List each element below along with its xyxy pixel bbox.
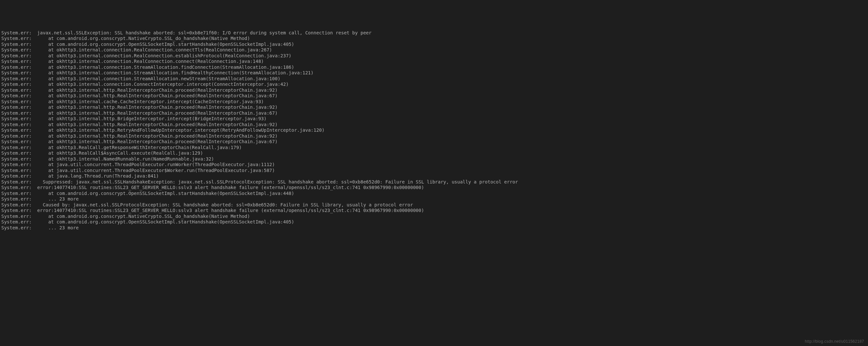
log-line: System.err: at okhttp3.internal.connecti…	[1, 70, 868, 76]
log-line: System.err: at java.util.concurrent.Thre…	[1, 162, 868, 168]
log-line: System.err: Caused by: javax.net.ssl.SSL…	[1, 202, 868, 208]
log-line: System.err: Suppressed: javax.net.ssl.SS…	[1, 179, 868, 185]
log-tag: System.err:	[1, 225, 32, 230]
log-message: Caused by: javax.net.ssl.SSLProtocolExce…	[34, 202, 413, 208]
log-line: System.err: at com.android.org.conscrypt…	[1, 42, 868, 48]
log-tag: System.err:	[1, 59, 32, 64]
log-tag: System.err:	[1, 179, 32, 185]
log-message: at okhttp3.internal.http.RealInterceptor…	[34, 133, 278, 138]
log-line: System.err: at okhttp3.internal.http.Rea…	[1, 133, 868, 139]
log-tag: System.err:	[1, 99, 32, 104]
log-tag: System.err:	[1, 93, 32, 98]
log-message: at okhttp3.RealCall.getResponseWithInter…	[34, 145, 242, 150]
log-tag: System.err:	[1, 122, 32, 127]
log-line: System.err: ... 23 more	[1, 196, 868, 202]
log-message: at okhttp3.internal.http.RealInterceptor…	[34, 122, 278, 127]
watermark-text: http://blog.csdn.net/u011562187	[805, 339, 864, 344]
log-line: System.err: error:14077410:SSL routines:…	[1, 208, 868, 214]
log-line: System.err: at com.android.org.conscrypt…	[1, 214, 868, 220]
log-line: System.err: at okhttp3.internal.NamedRun…	[1, 156, 868, 162]
log-line: System.err: at okhttp3.internal.connecti…	[1, 59, 868, 65]
log-message: at okhttp3.internal.http.RetryAndFollowU…	[34, 127, 324, 133]
log-message: Suppressed: javax.net.ssl.SSLHandshakeEx…	[34, 179, 518, 185]
log-tag: System.err:	[1, 185, 32, 190]
log-tag: System.err:	[1, 214, 32, 219]
log-line: System.err: at java.lang.Thread.run(Thre…	[1, 173, 868, 179]
log-tag: System.err:	[1, 82, 32, 87]
log-message: at okhttp3.internal.http.RealInterceptor…	[34, 139, 278, 144]
log-tag: System.err:	[1, 145, 32, 150]
log-message: at com.android.org.conscrypt.NativeCrypt…	[34, 36, 250, 41]
log-message: error:14077410:SSL routines:SSL23_GET_SE…	[34, 185, 424, 190]
log-tag: System.err:	[1, 104, 32, 110]
log-tag: System.err:	[1, 139, 32, 144]
log-message: at okhttp3.internal.connection.RealConne…	[34, 53, 291, 58]
log-message: at java.lang.Thread.run(Thread.java:841)	[34, 173, 159, 179]
log-line: System.err: javax.net.ssl.SSLException: …	[1, 30, 868, 36]
log-message: at okhttp3.internal.http.RealInterceptor…	[34, 88, 278, 93]
log-message: ... 23 more	[34, 196, 79, 201]
log-line: System.err: at okhttp3.internal.connecti…	[1, 82, 868, 88]
log-message: at okhttp3.internal.http.RealInterceptor…	[34, 104, 278, 110]
log-message: ... 23 more	[34, 225, 79, 230]
log-tag: System.err:	[1, 30, 32, 35]
log-tag: System.err:	[1, 65, 32, 70]
log-message: at com.android.org.conscrypt.OpenSSLSock…	[34, 191, 294, 196]
log-line: System.err: ... 23 more	[1, 225, 868, 231]
log-line: System.err: at okhttp3.internal.connecti…	[1, 47, 868, 53]
log-tag: System.err:	[1, 47, 32, 53]
log-line: System.err: at okhttp3.internal.connecti…	[1, 65, 868, 70]
log-message: at com.android.org.conscrypt.NativeCrypt…	[34, 214, 250, 219]
log-tag: System.err:	[1, 133, 32, 138]
log-message: at okhttp3.internal.connection.StreamAll…	[34, 76, 280, 81]
log-line: System.err: error:14077410:SSL routines:…	[1, 185, 868, 191]
log-message: at okhttp3.internal.connection.StreamAll…	[34, 70, 313, 75]
log-message: at okhttp3.internal.connection.RealConne…	[34, 59, 264, 64]
log-tag: System.err:	[1, 168, 32, 173]
log-tag: System.err:	[1, 219, 32, 224]
log-line: System.err: at okhttp3.internal.http.Rea…	[1, 88, 868, 93]
log-tag: System.err:	[1, 70, 32, 75]
log-tag: System.err:	[1, 116, 32, 121]
log-line: System.err: at okhttp3.internal.connecti…	[1, 53, 868, 59]
log-line: System.err: at com.android.org.conscrypt…	[1, 191, 868, 197]
log-line: System.err: at okhttp3.internal.connecti…	[1, 76, 868, 82]
log-tag: System.err:	[1, 36, 32, 41]
log-line: System.err: at com.android.org.conscrypt…	[1, 36, 868, 42]
log-message: at okhttp3.internal.NamedRunnable.run(Na…	[34, 156, 214, 161]
log-output[interactable]: System.err: javax.net.ssl.SSLException: …	[0, 29, 868, 231]
log-message: at okhttp3.RealCall$AsyncCall.execute(Re…	[34, 150, 203, 156]
log-tag: System.err:	[1, 76, 32, 81]
log-message: at okhttp3.internal.connection.ConnectIn…	[34, 82, 288, 87]
log-message: at com.android.org.conscrypt.OpenSSLSock…	[34, 42, 294, 47]
log-line: System.err: at okhttp3.internal.http.Rea…	[1, 122, 868, 128]
log-message: at java.util.concurrent.ThreadPoolExecut…	[34, 168, 275, 173]
log-line: System.err: at okhttp3.internal.http.Ret…	[1, 127, 868, 133]
log-tag: System.err:	[1, 162, 32, 167]
log-tag: System.err:	[1, 127, 32, 133]
log-line: System.err: at okhttp3.internal.http.Rea…	[1, 111, 868, 116]
log-tag: System.err:	[1, 42, 32, 47]
log-line: System.err: at java.util.concurrent.Thre…	[1, 168, 868, 174]
log-tag: System.err:	[1, 88, 32, 93]
log-line: System.err: at okhttp3.RealCall$AsyncCal…	[1, 150, 868, 156]
log-line: System.err: at okhttp3.RealCall.getRespo…	[1, 145, 868, 151]
log-message: at okhttp3.internal.connection.StreamAll…	[34, 65, 294, 70]
log-line: System.err: at okhttp3.internal.cache.Ca…	[1, 99, 868, 105]
log-tag: System.err:	[1, 196, 32, 201]
log-message: error:14077410:SSL routines:SSL23_GET_SE…	[34, 208, 424, 213]
log-message: at okhttp3.internal.connection.RealConne…	[34, 47, 272, 53]
log-message: at okhttp3.internal.http.RealInterceptor…	[34, 93, 278, 98]
log-message: at okhttp3.internal.cache.CacheIntercept…	[34, 99, 264, 104]
log-tag: System.err:	[1, 111, 32, 116]
log-tag: System.err:	[1, 202, 32, 208]
log-tag: System.err:	[1, 53, 32, 58]
log-message: at java.util.concurrent.ThreadPoolExecut…	[34, 162, 275, 167]
log-line: System.err: at okhttp3.internal.http.Rea…	[1, 93, 868, 99]
log-tag: System.err:	[1, 156, 32, 161]
log-line: System.err: at okhttp3.internal.http.Rea…	[1, 104, 868, 111]
log-line: System.err: at com.android.org.conscrypt…	[1, 219, 868, 225]
log-message: at okhttp3.internal.http.BridgeIntercept…	[34, 116, 267, 121]
log-message: at com.android.org.conscrypt.OpenSSLSock…	[34, 219, 294, 224]
log-tag: System.err:	[1, 173, 32, 179]
